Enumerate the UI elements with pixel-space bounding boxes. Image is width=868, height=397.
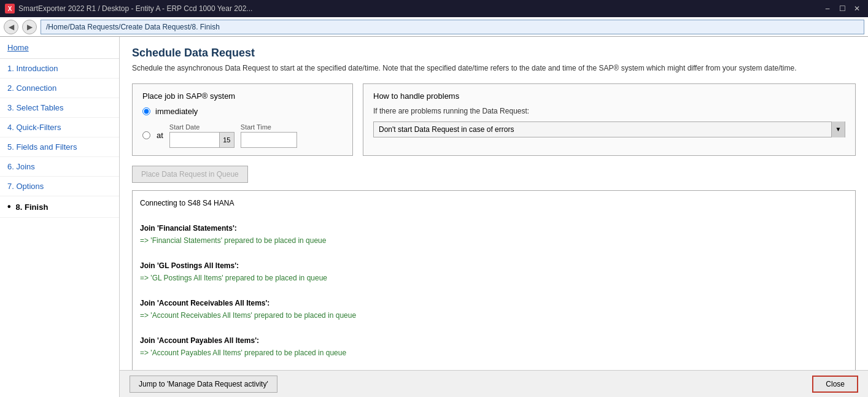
- sidebar-item-joins[interactable]: 6. Joins: [0, 157, 119, 177]
- log-area: Connecting to S48 S4 HANA Join 'Financia…: [132, 190, 856, 380]
- problems-title: How to handle problems: [373, 91, 845, 101]
- app-icon: X: [5, 4, 15, 13]
- place-data-request-button[interactable]: Place Data Request in Queue: [132, 166, 248, 183]
- log-spacer-4: [140, 322, 848, 334]
- log-spacer-3: [140, 285, 848, 297]
- titlebar-title: SmartExporter 2022 R1 / Desktop - Entity…: [18, 4, 252, 13]
- log-line-8: Join 'Account Receivables All Items':: [140, 297, 848, 309]
- place-job-title: Place job in SAP® system: [142, 91, 343, 101]
- addressbar: ◀ ▶: [0, 17, 868, 37]
- sidebar-item-fields-filters[interactable]: 5. Fields and Filters: [0, 137, 119, 157]
- log-line-11: Join 'Account Payables All Items':: [140, 334, 848, 347]
- start-date-group: Start Date 15: [169, 123, 234, 148]
- start-time-label: Start Time: [241, 123, 297, 131]
- content-area: Schedule Data Request Schedule the async…: [120, 37, 868, 397]
- start-time-wrapper: [241, 132, 297, 148]
- error-handling-value: Don't start Data Request in case of erro…: [374, 125, 831, 134]
- log-line-2: Join 'Financial Statements':: [140, 222, 848, 234]
- minimize-button[interactable]: –: [821, 2, 834, 15]
- log-line-5: Join 'GL Postings All Items':: [140, 260, 848, 272]
- sidebar-item-finish[interactable]: 8. Finish: [0, 196, 119, 218]
- start-date-input[interactable]: [170, 133, 219, 147]
- sidebar-item-select-tables[interactable]: 3. Select Tables: [0, 98, 119, 118]
- window-close-button[interactable]: ✕: [851, 2, 863, 15]
- main-layout: Home 1. Introduction 2. Connection 3. Se…: [0, 37, 868, 397]
- titlebar: X SmartExporter 2022 R1 / Desktop - Enti…: [0, 0, 868, 17]
- start-time-group: Start Time: [241, 123, 297, 148]
- sidebar-item-options[interactable]: 7. Options: [0, 177, 119, 196]
- page-title: Schedule Data Request: [132, 47, 856, 60]
- bottom-bar: Jump to 'Manage Data Request activity' C…: [120, 370, 868, 397]
- log-spacer-2: [140, 247, 848, 259]
- date-time-group: Start Date 15 Start Time: [169, 123, 297, 148]
- address-input[interactable]: [41, 20, 864, 34]
- jump-to-manage-button[interactable]: Jump to 'Manage Data Request activity': [130, 376, 277, 393]
- problem-description: If there are problems running the Data R…: [373, 107, 845, 115]
- log-line-6: => 'GL Postings All Items' prepared to b…: [140, 272, 848, 284]
- sidebar: Home 1. Introduction 2. Connection 3. Se…: [0, 37, 120, 397]
- dropdown-arrow-icon: ▼: [831, 121, 845, 137]
- schedule-row: Place job in SAP® system immediately at …: [132, 83, 856, 156]
- sidebar-home[interactable]: Home: [0, 37, 119, 59]
- at-radio-row: at Start Date 15 St: [142, 123, 343, 148]
- start-date-wrapper: 15: [169, 132, 234, 148]
- problems-panel: How to handle problems If there are prob…: [363, 83, 856, 156]
- sidebar-item-introduction[interactable]: 1. Introduction: [0, 59, 119, 79]
- log-spacer-1: [140, 209, 848, 222]
- start-date-label: Start Date: [169, 123, 234, 131]
- place-job-panel: Place job in SAP® system immediately at …: [132, 83, 353, 156]
- calendar-button[interactable]: 15: [219, 133, 234, 147]
- error-handling-dropdown[interactable]: Don't start Data Request in case of erro…: [373, 121, 845, 137]
- log-line-9: => 'Account Receivables All Items' prepa…: [140, 309, 848, 322]
- log-line-3: => 'Financial Statements' prepared to be…: [140, 234, 848, 247]
- at-label: at: [157, 131, 163, 140]
- log-line-0: Connecting to S48 S4 HANA: [140, 197, 848, 209]
- start-time-input[interactable]: [241, 133, 296, 147]
- schedule-radio-group: immediately at Start Date 15: [142, 107, 343, 148]
- back-button[interactable]: ◀: [4, 20, 18, 34]
- forward-button[interactable]: ▶: [22, 20, 37, 34]
- immediately-label: immediately: [155, 107, 198, 116]
- maximize-button[interactable]: ☐: [836, 2, 848, 15]
- sidebar-item-quick-filters[interactable]: 4. Quick-Filters: [0, 118, 119, 137]
- log-line-12: => 'Account Payables All Items' prepared…: [140, 347, 848, 359]
- close-button[interactable]: Close: [812, 376, 858, 393]
- page-subtitle: Schedule the asynchronous Data Request t…: [132, 63, 856, 74]
- immediately-radio[interactable]: [142, 107, 150, 115]
- immediately-radio-row: immediately: [142, 107, 343, 116]
- at-radio[interactable]: [142, 131, 150, 139]
- sidebar-item-connection[interactable]: 2. Connection: [0, 79, 119, 98]
